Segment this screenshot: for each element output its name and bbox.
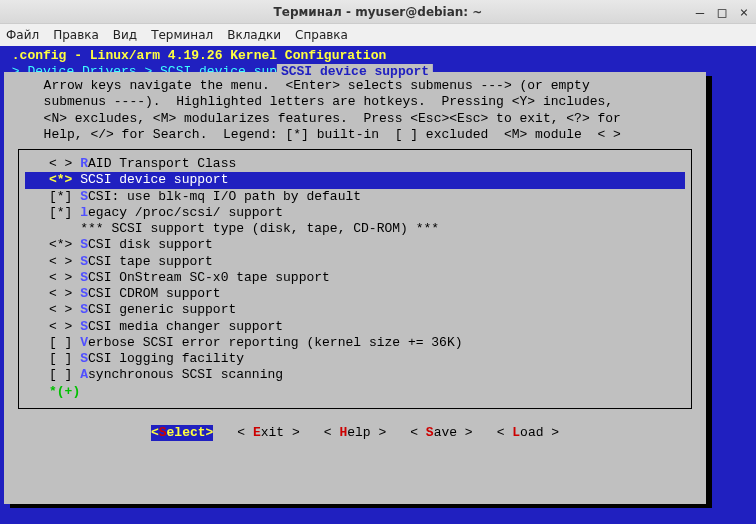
option-label: CSI device support (88, 172, 228, 187)
option-symbol: < > (49, 319, 80, 334)
option-label: egacy /proc/scsi/ support (88, 205, 283, 220)
option-symbol: [*] (49, 205, 80, 220)
option-symbol: [ ] (49, 335, 80, 350)
menu-file[interactable]: Файл (6, 28, 39, 42)
option-symbol: [ ] (49, 351, 80, 366)
menu-view[interactable]: Вид (113, 28, 137, 42)
select-button[interactable]: <Select> (151, 425, 213, 441)
option-row[interactable]: < > SCSI CDROM support (25, 286, 685, 302)
option-row[interactable]: [*] SCSI: use blk-mq I/O path by default (25, 189, 685, 205)
option-label: erbose SCSI error reporting (kernel size… (88, 335, 462, 350)
option-symbol: [*] (49, 189, 80, 204)
option-symbol: < > (49, 270, 80, 285)
option-hotkey: S (80, 237, 88, 252)
option-row[interactable]: [ ] SCSI logging facility (25, 351, 685, 367)
menu-terminal[interactable]: Терминал (151, 28, 213, 42)
option-symbol: < > (49, 254, 80, 269)
options-list[interactable]: < > RAID Transport Class<*> SCSI device … (18, 149, 692, 409)
menu-tabs[interactable]: Вкладки (227, 28, 281, 42)
option-label: CSI OnStream SC-x0 tape support (88, 270, 330, 285)
option-hotkey: S (80, 270, 88, 285)
option-symbol: [ ] (49, 367, 80, 382)
option-row[interactable]: [ ] Verbose SCSI error reporting (kernel… (25, 335, 685, 351)
option-symbol: < > (49, 286, 80, 301)
minimize-icon[interactable]: — (692, 5, 708, 19)
option-hotkey: R (80, 156, 88, 171)
option-row[interactable]: [*] legacy /proc/scsi/ support (25, 205, 685, 221)
option-row[interactable]: <*> SCSI device support (25, 172, 685, 188)
option-row[interactable]: *** SCSI support type (disk, tape, CD-RO… (25, 221, 685, 237)
help-button[interactable]: < Help > (324, 425, 386, 441)
option-label: CSI media changer support (88, 319, 283, 334)
option-symbol: < > (49, 156, 80, 171)
option-hotkey: V (80, 335, 88, 350)
option-label: *** SCSI support type (disk, tape, CD-RO… (80, 221, 439, 236)
option-hotkey: S (80, 351, 88, 366)
option-symbol: < > (49, 302, 80, 317)
option-label: CSI logging facility (88, 351, 244, 366)
save-button[interactable]: < Save > (410, 425, 472, 441)
option-row[interactable]: [ ] Asynchronous SCSI scanning (25, 367, 685, 383)
option-hotkey: l (80, 205, 88, 220)
menu-edit[interactable]: Правка (53, 28, 99, 42)
option-hotkey: S (80, 302, 88, 317)
option-hotkey: S (80, 254, 88, 269)
menubar: Файл Правка Вид Терминал Вкладки Справка (0, 24, 756, 46)
menu-help[interactable]: Справка (295, 28, 348, 42)
option-row[interactable]: < > SCSI media changer support (25, 319, 685, 335)
config-header: .config - Linux/arm 4.19.26 Kernel Confi… (4, 48, 752, 64)
more-indicator: *(+) (25, 384, 685, 400)
option-label: CSI CDROM support (88, 286, 221, 301)
option-row[interactable]: <*> SCSI disk support (25, 237, 685, 253)
option-label: AID Transport Class (88, 156, 236, 171)
option-hotkey: S (80, 319, 88, 334)
option-label: CSI disk support (88, 237, 213, 252)
option-label: CSI generic support (88, 302, 236, 317)
option-hotkey: S (80, 172, 88, 187)
option-row[interactable]: < > RAID Transport Class (25, 156, 685, 172)
exit-button[interactable]: < Exit > (237, 425, 299, 441)
dialog-help-text: Arrow keys navigate the menu. <Enter> se… (4, 72, 706, 147)
window-title: Терминал - myuser@debian: ~ (274, 5, 483, 19)
option-row[interactable]: < > SCSI tape support (25, 254, 685, 270)
option-hotkey: S (80, 286, 88, 301)
close-icon[interactable]: × (736, 5, 752, 19)
option-label: CSI: use blk-mq I/O path by default (88, 189, 361, 204)
maximize-icon[interactable]: □ (714, 5, 730, 19)
button-bar: <Select> < Exit > < Help > < Save > < Lo… (4, 425, 706, 441)
dialog-title: SCSI device support (277, 64, 433, 80)
option-symbol: <*> (49, 172, 80, 187)
option-symbol (49, 221, 80, 236)
terminal-area[interactable]: .config - Linux/arm 4.19.26 Kernel Confi… (0, 46, 756, 524)
option-row[interactable]: < > SCSI generic support (25, 302, 685, 318)
titlebar: Терминал - myuser@debian: ~ — □ × (0, 0, 756, 24)
option-symbol: <*> (49, 237, 80, 252)
option-label: synchronous SCSI scanning (88, 367, 283, 382)
option-row[interactable]: < > SCSI OnStream SC-x0 tape support (25, 270, 685, 286)
option-label: CSI tape support (88, 254, 213, 269)
option-hotkey: A (80, 367, 88, 382)
load-button[interactable]: < Load > (497, 425, 559, 441)
menuconfig-dialog: SCSI device support Arrow keys navigate … (4, 72, 706, 504)
option-hotkey: S (80, 189, 88, 204)
